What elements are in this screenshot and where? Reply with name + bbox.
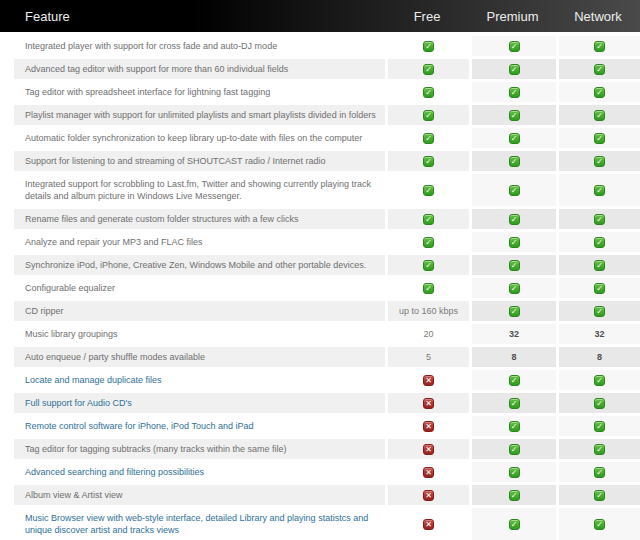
check-icon: ✓ xyxy=(509,87,520,98)
feature-cell: Music Browser view with web-style interf… xyxy=(14,508,385,540)
check-icon: ✓ xyxy=(423,237,434,248)
free-value-cell: ✓ xyxy=(385,128,469,148)
network-value-cell: ✓ xyxy=(556,59,640,79)
check-icon: ✓ xyxy=(594,185,605,196)
check-icon: ✓ xyxy=(509,519,520,530)
feature-label: Analyze and repair your MP3 and FLAC fil… xyxy=(25,236,203,248)
network-value-cell: ✓ xyxy=(556,128,640,148)
table-row: Music library groupings 20 32 32 xyxy=(14,324,640,344)
free-value-cell: ✓ xyxy=(385,232,469,252)
cross-icon: ✕ xyxy=(423,375,434,386)
table-row: Analyze and repair your MP3 and FLAC fil… xyxy=(14,232,640,252)
free-value-cell: ✓ xyxy=(385,278,469,298)
check-icon: ✓ xyxy=(594,87,605,98)
table-row: Tag editor with spreadsheet interface fo… xyxy=(14,82,640,102)
table-row: Support for listening to and streaming o… xyxy=(14,151,640,171)
check-icon: ✓ xyxy=(423,41,434,52)
free-value-cell: ✕ xyxy=(385,416,469,436)
premium-value-cell: 32 xyxy=(469,324,556,344)
feature-label: Auto enqueue / party shuffle modes avail… xyxy=(25,351,205,363)
feature-label: Configurable equalizer xyxy=(25,282,115,294)
premium-value-cell: 8 xyxy=(469,347,556,367)
premium-value-cell: ✓ xyxy=(469,485,556,505)
network-value-cell: ✓ xyxy=(556,301,640,321)
table-row: Automatic folder synchronization to keep… xyxy=(14,128,640,148)
feature-label: Support for listening to and streaming o… xyxy=(25,155,325,167)
free-value-cell: 5 xyxy=(385,347,469,367)
table-row: Advanced tag editor with support for mor… xyxy=(14,59,640,79)
check-icon: ✓ xyxy=(594,306,605,317)
free-value-cell: ✓ xyxy=(385,209,469,229)
check-icon: ✓ xyxy=(509,185,520,196)
network-value-cell: ✓ xyxy=(556,151,640,171)
table-row: Synchronize iPod, iPhone, Creative Zen, … xyxy=(14,255,640,275)
feature-label[interactable]: Music Browser view with web-style interf… xyxy=(25,512,379,536)
free-value-cell: ✓ xyxy=(385,105,469,125)
free-value-cell: ✕ xyxy=(385,370,469,390)
check-icon: ✓ xyxy=(423,185,434,196)
premium-value-cell: ✓ xyxy=(469,255,556,275)
table-row: Album view & Artist view ✕ ✓ ✓ xyxy=(14,485,640,505)
check-icon: ✓ xyxy=(509,156,520,167)
check-icon: ✓ xyxy=(594,133,605,144)
check-icon: ✓ xyxy=(509,306,520,317)
network-value-cell: ✓ xyxy=(556,485,640,505)
check-icon: ✓ xyxy=(423,214,434,225)
table-row: Integrated support for scrobbling to Las… xyxy=(14,174,640,206)
feature-comparison-page: Feature Free Premium Network Integrated … xyxy=(0,0,640,540)
feature-label: Synchronize iPod, iPhone, Creative Zen, … xyxy=(25,259,366,271)
feature-cell: Advanced tag editor with support for mor… xyxy=(14,59,385,79)
premium-value-cell: ✓ xyxy=(469,209,556,229)
premium-value-cell: ✓ xyxy=(469,462,556,482)
premium-value-cell: ✓ xyxy=(469,278,556,298)
feature-label: Integrated player with support for cross… xyxy=(25,40,277,52)
feature-label[interactable]: Remote control software for iPhone, iPod… xyxy=(25,420,253,432)
feature-label[interactable]: Advanced searching and filtering possibi… xyxy=(25,466,204,478)
feature-cell: CD ripper xyxy=(14,301,385,321)
network-value-cell: ✓ xyxy=(556,439,640,459)
check-icon: ✓ xyxy=(594,283,605,294)
feature-cell: Playlist manager with support for unlimi… xyxy=(14,105,385,125)
cross-icon: ✕ xyxy=(423,398,434,409)
feature-cell: Full support for Audio CD's xyxy=(14,393,385,413)
check-icon: ✓ xyxy=(594,467,605,478)
check-icon: ✓ xyxy=(509,375,520,386)
column-header-feature: Feature xyxy=(0,9,385,24)
check-icon: ✓ xyxy=(509,133,520,144)
cross-icon: ✕ xyxy=(423,467,434,478)
free-value-cell: ✓ xyxy=(385,59,469,79)
premium-value-cell: ✓ xyxy=(469,128,556,148)
check-icon: ✓ xyxy=(423,156,434,167)
feature-table-body: Integrated player with support for cross… xyxy=(14,36,640,540)
free-value-cell: ✓ xyxy=(385,255,469,275)
value-text: 32 xyxy=(509,329,519,339)
feature-label: Rename files and generate custom folder … xyxy=(25,213,299,225)
feature-cell: Rename files and generate custom folder … xyxy=(14,209,385,229)
network-value-cell: 32 xyxy=(556,324,640,344)
feature-cell: Integrated support for scrobbling to Las… xyxy=(14,174,385,206)
network-value-cell: ✓ xyxy=(556,36,640,56)
free-value-cell: ✓ xyxy=(385,36,469,56)
network-value-cell: ✓ xyxy=(556,174,640,206)
table-row: Advanced searching and filtering possibi… xyxy=(14,462,640,482)
premium-value-cell: ✓ xyxy=(469,59,556,79)
feature-label[interactable]: Locate and manage duplicate files xyxy=(25,374,162,386)
free-value-cell: ✕ xyxy=(385,508,469,540)
table-row: Configurable equalizer ✓ ✓ ✓ xyxy=(14,278,640,298)
column-header-premium: Premium xyxy=(469,9,556,24)
free-value-cell: up to 160 kbps xyxy=(385,301,469,321)
feature-label: Tag editor for tagging subtracks (many t… xyxy=(25,443,287,455)
table-row: Integrated player with support for cross… xyxy=(14,36,640,56)
value-text: 32 xyxy=(594,329,604,339)
cross-icon: ✕ xyxy=(423,421,434,432)
value-text: 5 xyxy=(426,352,431,362)
table-header: Feature Free Premium Network xyxy=(0,0,640,32)
check-icon: ✓ xyxy=(594,237,605,248)
check-icon: ✓ xyxy=(594,260,605,271)
premium-value-cell: ✓ xyxy=(469,393,556,413)
feature-label[interactable]: Full support for Audio CD's xyxy=(25,397,132,409)
network-value-cell: ✓ xyxy=(556,105,640,125)
premium-value-cell: ✓ xyxy=(469,174,556,206)
check-icon: ✓ xyxy=(509,110,520,121)
check-icon: ✓ xyxy=(509,490,520,501)
